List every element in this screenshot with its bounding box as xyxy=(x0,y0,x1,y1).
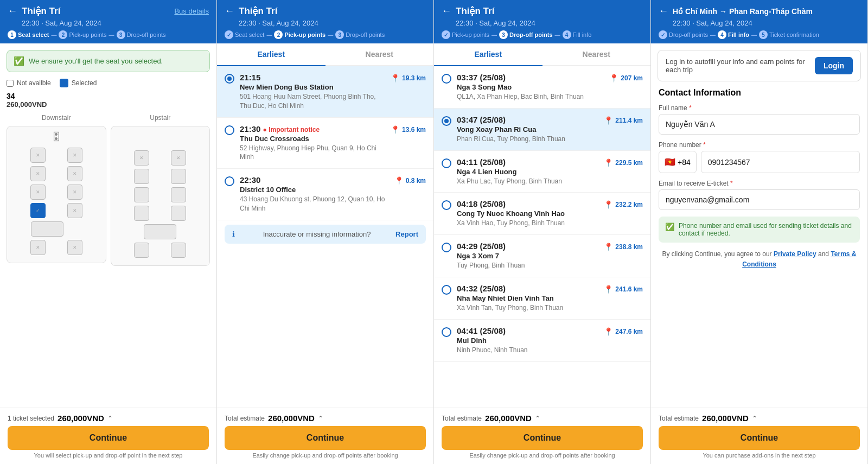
back-button-p3[interactable]: ← xyxy=(442,5,451,17)
email-input[interactable] xyxy=(659,189,860,210)
subtitle-p3: 22:30 · Sat, Aug 24, 2024 xyxy=(456,19,643,27)
stop-distance: 📍 241.6 km xyxy=(604,285,643,294)
seat[interactable]: ✕ xyxy=(30,148,46,163)
panel-seat-select: ← Thiện Trí Bus details 22:30 · Sat, Aug… xyxy=(0,0,217,464)
continue-button-p2[interactable]: Continue xyxy=(225,426,426,450)
seat[interactable]: ✕ xyxy=(67,240,82,255)
stop-radio[interactable] xyxy=(442,158,451,168)
panel1-header: ← Thiện Trí Bus details 22:30 · Sat, Aug… xyxy=(0,0,216,43)
seat[interactable] xyxy=(31,221,63,237)
location-icon: 📍 xyxy=(604,158,613,167)
price-chevron-icon[interactable]: ⌃ xyxy=(318,415,323,422)
notice-text: Phone number and email used for sending … xyxy=(679,222,853,237)
panel-fill-info: ← Hồ Chí Minh → Phan Rang-Tháp Chàm 22:3… xyxy=(651,0,868,464)
bus-details-link[interactable]: Bus details xyxy=(174,7,209,15)
price-chevron-icon[interactable]: ⌃ xyxy=(752,415,757,422)
private-policy-link[interactable]: Private Policy xyxy=(774,250,816,258)
stop-radio[interactable] xyxy=(225,176,234,186)
stop-radio[interactable] xyxy=(442,243,451,252)
panel4-footer: Total estimate 260,000VND ⌃ Continue You… xyxy=(651,408,867,464)
panel1-content: ✅ We ensure you'll get the seat you sele… xyxy=(0,43,216,408)
stop-item[interactable]: 04:32 (25/08) Nha May Nhiet Dien Vinh Ta… xyxy=(434,277,650,320)
stop-item[interactable]: 22:30 District 10 Office 43 Hoang Du Khu… xyxy=(217,169,433,220)
upstair-label: Upstair xyxy=(111,114,210,122)
seat[interactable]: ✕ xyxy=(67,203,82,218)
login-button[interactable]: Login xyxy=(815,57,853,74)
price-chevron-icon[interactable]: ⌃ xyxy=(107,415,113,422)
stop-radio[interactable] xyxy=(225,74,234,84)
stop-addr: Tuy Phong, Binh Thuan xyxy=(457,261,598,270)
contact-notice: ✅ Phone number and email used for sendin… xyxy=(659,217,860,243)
seat[interactable]: ✕ xyxy=(30,185,46,200)
stop-item[interactable]: 21:30 ● Important notice Thu Duc Crossro… xyxy=(217,118,433,169)
footer-note-p4: You can purchase add-ons in the next ste… xyxy=(659,452,860,459)
stop-name: District 10 Office xyxy=(240,186,389,194)
seat[interactable] xyxy=(134,243,149,258)
tab-earliest-p3[interactable]: Earliest xyxy=(434,43,542,66)
back-button-p2[interactable]: ← xyxy=(225,5,234,17)
seat[interactable]: ✕ xyxy=(30,240,46,255)
seat[interactable] xyxy=(134,206,149,221)
location-icon: 📍 xyxy=(391,74,400,82)
stop-radio[interactable] xyxy=(442,116,451,126)
panel3-content: 03:37 (25/08) Nga 3 Song Mao QL1A, Xa Ph… xyxy=(434,66,650,408)
seat[interactable] xyxy=(144,224,176,239)
seat[interactable] xyxy=(134,187,149,202)
check-circle-icon: ✅ xyxy=(14,56,24,66)
tab-nearest-p3[interactable]: Nearest xyxy=(542,43,651,66)
stop-addr: Xa Vinh Hao, Tuy Phong, Binh Thuan xyxy=(457,219,598,228)
important-notice[interactable]: ● Important notice xyxy=(263,126,320,134)
seat[interactable]: ✕ xyxy=(67,185,82,200)
stop-radio[interactable] xyxy=(442,74,451,84)
stop-item[interactable]: 04:29 (25/08) Nga 3 Xom 7 Tuy Phong, Bin… xyxy=(434,235,650,277)
seat[interactable] xyxy=(134,169,149,184)
panel2-footer: Total estimate 260,000VND ⌃ Continue Eas… xyxy=(217,408,433,464)
seat-guarantee-banner: ✅ We ensure you'll get the seat you sele… xyxy=(7,50,210,72)
full-name-input[interactable] xyxy=(659,114,860,135)
steering-wheel-icon: 🎛 xyxy=(11,131,101,143)
stop-distance: 📍 207 km xyxy=(609,74,643,82)
not-available-checkbox[interactable] xyxy=(7,80,14,87)
stop-distance: 📍 232.2 km xyxy=(604,200,643,209)
steps-p3: ✓ Pick-up points — 3 Drop-off points — 4… xyxy=(442,30,643,39)
stop-item[interactable]: 04:11 (25/08) Nga 4 Lien Huong Xa Phu La… xyxy=(434,151,650,193)
seat[interactable] xyxy=(171,243,186,258)
stop-item[interactable]: 04:18 (25/08) Cong Ty Nuoc Khoang Vinh H… xyxy=(434,193,650,235)
panel3-footer: Total estimate 260,000VND ⌃ Continue Eas… xyxy=(434,408,650,464)
seat[interactable] xyxy=(171,169,186,184)
continue-button-p1[interactable]: Continue xyxy=(8,426,209,450)
stop-radio[interactable] xyxy=(442,285,451,295)
stop-item[interactable]: 04:41 (25/08) Mui Dinh Ninh Phuoc, Ninh … xyxy=(434,320,650,362)
seat[interactable] xyxy=(171,206,186,221)
stop-item[interactable]: 21:15 New Mien Dong Bus Station 501 Hoan… xyxy=(217,66,433,118)
price-chevron-icon[interactable]: ⌃ xyxy=(535,415,540,422)
seat[interactable]: ✕ xyxy=(30,166,46,181)
seat[interactable] xyxy=(171,187,186,202)
stop-radio[interactable] xyxy=(225,125,234,135)
stop-radio[interactable] xyxy=(442,327,451,337)
seat-selected[interactable]: ✓ xyxy=(30,203,46,218)
phone-input[interactable] xyxy=(701,151,860,173)
banner-text: We ensure you'll get the seat you select… xyxy=(29,57,163,65)
pickup-tabs: Earliest Nearest xyxy=(217,43,433,66)
tab-nearest-p2[interactable]: Nearest xyxy=(326,43,434,66)
seat[interactable]: ✕ xyxy=(134,150,149,166)
report-link[interactable]: Report xyxy=(395,230,418,238)
tab-earliest-p2[interactable]: Earliest xyxy=(217,43,326,66)
stop-radio[interactable] xyxy=(442,200,451,210)
step-1-p1: 1 Seat select xyxy=(8,30,49,39)
location-icon: 📍 xyxy=(391,125,400,134)
stop-item[interactable]: 03:37 (25/08) Nga 3 Song Mao QL1A, Xa Ph… xyxy=(434,66,650,109)
seat-legend: Not availble Selected xyxy=(7,79,210,87)
stop-item[interactable]: 03:47 (25/08) Vong Xoay Phan Ri Cua Phan… xyxy=(434,109,650,151)
continue-button-p3[interactable]: Continue xyxy=(442,426,643,450)
panel-pickup: ← Thiện Trí 22:30 · Sat, Aug 24, 2024 ✓ … xyxy=(217,0,434,464)
seat[interactable]: ✕ xyxy=(171,150,186,166)
seat[interactable]: ✕ xyxy=(67,166,82,181)
back-button-p4[interactable]: ← xyxy=(659,5,668,17)
back-button-p1[interactable]: ← xyxy=(8,5,17,17)
phone-prefix[interactable]: 🇻🇳 +84 xyxy=(659,151,697,173)
seat[interactable]: ✕ xyxy=(67,148,82,163)
stop-name: Mui Dinh xyxy=(457,336,598,345)
continue-button-p4[interactable]: Continue xyxy=(659,426,860,450)
